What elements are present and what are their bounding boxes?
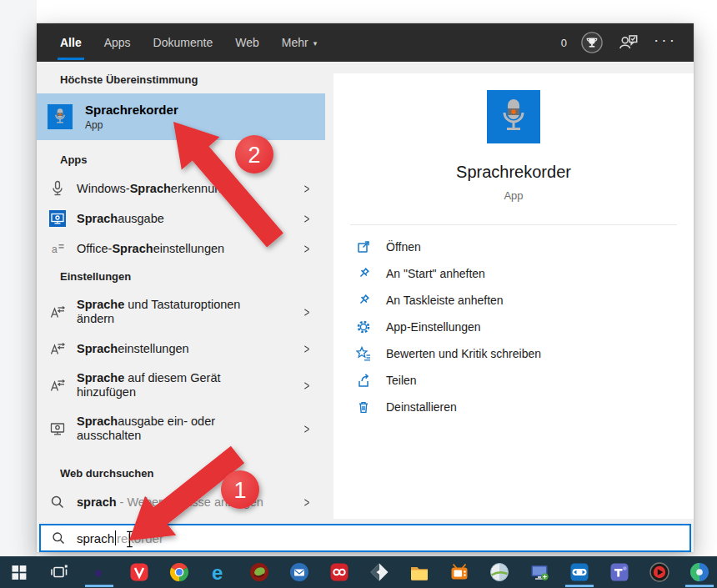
section-apps: Apps bbox=[37, 152, 325, 168]
app-actions: Öffnen An "Start" anheften An Taskleiste… bbox=[333, 234, 694, 420]
context-action[interactable]: App-Einstellungen bbox=[333, 314, 694, 340]
search-tab[interactable]: Mehr ▾ bbox=[282, 23, 317, 62]
remote-desktop-icon bbox=[529, 561, 550, 583]
web-search-icon bbox=[49, 494, 66, 510]
search-result-row[interactable]: Sprachausgabe > bbox=[37, 204, 325, 234]
office-language-icon: a bbox=[49, 240, 66, 257]
context-action[interactable]: Deinstallieren bbox=[333, 394, 694, 420]
search-body: Höchste Übereinstimmung Sprachrekorder A… bbox=[37, 62, 694, 524]
taskbar-button[interactable] bbox=[609, 556, 630, 588]
preview-app-subtitle: App bbox=[504, 189, 523, 202]
taskbar-button[interactable] bbox=[248, 556, 270, 588]
search-tab[interactable]: Web bbox=[235, 23, 259, 62]
context-action[interactable]: Öffnen bbox=[333, 234, 694, 260]
search-header: Alle Apps Dokumente Web Mehr ▾ 0 ··· bbox=[37, 23, 694, 62]
firefox-icon bbox=[88, 561, 110, 583]
best-match-title: Sprachrekorder bbox=[85, 103, 178, 117]
taskbar-button[interactable] bbox=[88, 556, 110, 588]
rewards-count: 0 bbox=[561, 37, 567, 49]
taskbar-button[interactable]: e bbox=[208, 556, 230, 588]
speech-recognition-icon bbox=[49, 180, 66, 197]
taskbar-button[interactable] bbox=[369, 556, 390, 588]
taskbar-button[interactable] bbox=[288, 556, 310, 588]
search-icon bbox=[52, 531, 66, 545]
chrome-icon bbox=[168, 561, 190, 583]
taskbar-button[interactable] bbox=[168, 556, 190, 588]
chevron-right-icon: > bbox=[304, 211, 310, 226]
search-result-row[interactable]: Windows-Spracherkennung > bbox=[37, 173, 325, 204]
language-icon bbox=[49, 304, 66, 320]
taskbar-button[interactable] bbox=[328, 556, 350, 588]
language-icon bbox=[49, 377, 66, 394]
search-result-row[interactable]: Sprachausgabe ein- oder ausschalten > bbox=[37, 407, 325, 450]
apps-results: Windows-Spracherkennung > Sprachausgabe … bbox=[37, 173, 325, 264]
taskbar-button[interactable] bbox=[529, 556, 550, 588]
best-match-subtitle: App bbox=[85, 119, 178, 131]
trash-icon bbox=[356, 400, 371, 415]
section-web: Web durchsuchen bbox=[37, 465, 325, 482]
chevron-right-icon: > bbox=[304, 421, 310, 436]
chevron-right-icon: > bbox=[304, 181, 310, 196]
chevron-right-icon: > bbox=[304, 495, 310, 510]
preview-app-title: Sprachrekorder bbox=[456, 163, 571, 182]
search-result-row[interactable]: Sprache auf diesem Gerät hinzufügen > bbox=[37, 364, 325, 407]
section-best-match: Höchste Übereinstimmung bbox=[37, 72, 325, 88]
search-tab[interactable]: Dokumente bbox=[153, 23, 213, 62]
web-search-result-row[interactable]: sprach - Webergebnisse anzeigen > bbox=[37, 487, 325, 517]
taskbar-button[interactable] bbox=[489, 556, 510, 588]
taskbar-button[interactable] bbox=[128, 556, 150, 588]
task-view-icon bbox=[48, 561, 70, 583]
media-player-icon bbox=[649, 561, 670, 583]
tv-app-icon bbox=[449, 561, 470, 583]
more-options-icon[interactable]: ··· bbox=[654, 31, 677, 54]
pin-icon bbox=[356, 293, 371, 308]
ibeam-cursor bbox=[125, 530, 134, 548]
chevron-down-icon: ▾ bbox=[313, 39, 318, 48]
chevron-right-icon: > bbox=[304, 378, 310, 393]
text-caret bbox=[115, 530, 116, 545]
anyconnect-globe-icon bbox=[489, 561, 510, 583]
search-tab[interactable]: Apps bbox=[104, 23, 131, 62]
open-icon bbox=[356, 239, 371, 254]
context-action[interactable]: Teilen bbox=[333, 367, 694, 394]
section-settings: Einstellungen bbox=[37, 269, 325, 285]
rate-icon bbox=[356, 346, 371, 361]
taskbar-button[interactable] bbox=[48, 556, 70, 588]
preview-panel: Sprachrekorder App Öffnen An "Start" anh… bbox=[333, 73, 694, 519]
edge-icon: e bbox=[208, 561, 230, 583]
search-tab[interactable]: Alle bbox=[60, 23, 82, 62]
narrator-tile-icon bbox=[49, 210, 66, 227]
language-icon bbox=[49, 340, 66, 357]
taskbar-button[interactable] bbox=[649, 556, 670, 588]
pin-icon bbox=[356, 266, 371, 281]
search-result-row[interactable]: Sprache und Tastaturoptionen ändern > bbox=[37, 290, 325, 334]
context-action[interactable]: An Taskleiste anheften bbox=[333, 287, 694, 314]
context-action[interactable]: Bewerten und Kritik schreiben bbox=[333, 340, 694, 367]
taskbar-button[interactable] bbox=[449, 556, 470, 588]
taskbar-button[interactable] bbox=[409, 556, 430, 588]
feedback-icon[interactable] bbox=[617, 31, 640, 54]
voice-recorder-tile-icon bbox=[487, 90, 540, 143]
taskbar-button[interactable] bbox=[8, 556, 30, 588]
header-right-controls: 0 ··· bbox=[561, 31, 677, 54]
result-best-match[interactable]: Sprachrekorder App bbox=[37, 93, 325, 140]
narrator-outline-icon bbox=[49, 420, 66, 437]
teamviewer-icon bbox=[569, 561, 590, 583]
diamond-app-icon bbox=[369, 561, 390, 583]
gear-icon bbox=[356, 319, 371, 334]
share-icon bbox=[356, 373, 371, 388]
search-result-row[interactable]: Spracheinstellungen > bbox=[37, 334, 325, 364]
search-input[interactable]: sprach rekorder bbox=[39, 524, 691, 552]
taskbar-button[interactable] bbox=[689, 556, 710, 588]
context-action[interactable]: An "Start" anheften bbox=[333, 260, 694, 287]
search-result-row[interactable]: a Office-Spracheinstellungen > bbox=[37, 234, 325, 264]
desktop: Alle Apps Dokumente Web Mehr ▾ 0 ··· Höc… bbox=[0, 0, 717, 588]
start-search-flyout: Alle Apps Dokumente Web Mehr ▾ 0 ··· Höc… bbox=[37, 23, 694, 552]
settings-results: Sprache und Tastaturoptionen ändern > Sp… bbox=[37, 290, 325, 450]
search-suggestion-text: rekorder bbox=[117, 531, 163, 545]
rewards-trophy-icon[interactable] bbox=[580, 31, 604, 54]
webex-icon bbox=[689, 561, 710, 583]
taskbar-button[interactable] bbox=[569, 556, 590, 588]
windows-start-icon bbox=[8, 561, 30, 583]
svg-text:e: e bbox=[212, 561, 223, 583]
